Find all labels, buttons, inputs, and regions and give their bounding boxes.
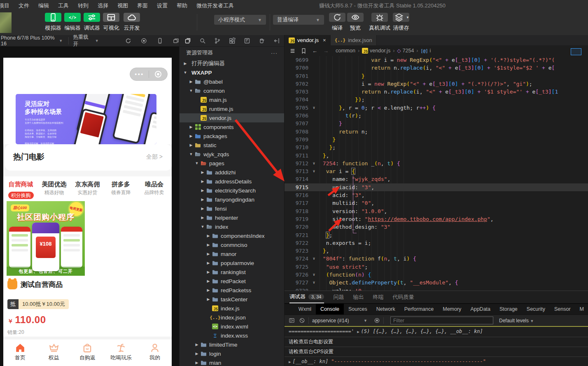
menu-item-转到[interactable]: 转到 — [73, 0, 93, 12]
breadcrumb-item-vendor.js[interactable]: JSvendor.js — [362, 48, 390, 54]
menu-item-视图[interactable]: 视图 — [113, 0, 133, 12]
tree-collapse-icon[interactable]: ▼ — [200, 225, 205, 229]
expand-icon[interactable]: ▶ — [289, 360, 291, 364]
restart-icon[interactable] — [125, 38, 131, 44]
phone-frame-icon[interactable] — [157, 38, 163, 44]
tree-expand-icon[interactable]: ▶ — [200, 188, 205, 192]
action-编译[interactable]: 编译 — [328, 13, 347, 32]
devtools-tab-Network[interactable]: Network — [372, 304, 400, 314]
tree-item-helpenter[interactable]: ▶helpenter — [180, 213, 284, 222]
code-editor[interactable]: 9699 var i = new RegExp("<" + e[_t3][0] … — [285, 56, 588, 291]
tree-expand-icon[interactable]: ▶ — [200, 170, 205, 174]
devtools-tab-Storage[interactable]: Storage — [495, 304, 522, 314]
tree-item-pages[interactable]: ▼pages — [180, 159, 284, 168]
movie-see-all-link[interactable]: 全部 > — [146, 153, 163, 161]
tree-item-manor[interactable]: ▶manor — [180, 249, 284, 258]
devtools-tab-Console[interactable]: Console — [316, 304, 344, 314]
tree-item-mian[interactable]: ▶mian — [180, 358, 284, 366]
tree-item-limitedTime[interactable]: ▶limitedTime — [180, 340, 284, 349]
tree-collapse-icon[interactable]: ▼ — [194, 161, 199, 165]
menu-item-项目[interactable]: 项目 — [0, 0, 14, 12]
app-tab-首页[interactable]: 首页 — [3, 339, 37, 366]
shop-tab-唯品会[interactable]: 唯品会品牌特卖 — [138, 181, 171, 199]
shop-tab-拼多多[interactable]: 拼多多领券直降 — [104, 181, 138, 199]
multi-window-icon[interactable] — [173, 38, 179, 44]
device-select[interactable]: Phone 6/7/8 Plus 100% 16 — [1, 35, 57, 47]
show-sidebar-icon[interactable] — [289, 317, 295, 324]
wechat-capsule[interactable]: ●●● — [130, 68, 168, 81]
panel-tab-问题[interactable]: 问题 — [333, 291, 344, 303]
user-avatar[interactable] — [0, 12, 12, 33]
tree-item-index.wxss[interactable]: Ξindex.wxss — [180, 331, 284, 340]
tree-item-@babel[interactable]: ▶@babel — [180, 77, 284, 86]
tree-expand-icon[interactable]: ▶ — [206, 261, 211, 265]
inspect-element-icon[interactable] — [288, 306, 288, 312]
expand-icon[interactable]: ▶ — [357, 330, 359, 334]
menu-item-界面[interactable]: 界面 — [133, 0, 152, 12]
breadcrumb-item-common[interactable]: common — [336, 48, 355, 54]
more-actions-icon[interactable]: ··· — [271, 50, 278, 56]
toolbar-button-云开发[interactable]: 云开发 — [122, 13, 141, 32]
tree-item-redPacket[interactable]: ▶redPacket — [180, 277, 284, 286]
clear-console-icon[interactable] — [299, 317, 305, 324]
toolbar-button-模拟器[interactable]: 模拟器 — [44, 13, 63, 32]
breadcrumb-item-i[interactable]: [@]i — [421, 48, 431, 54]
tree-expand-icon[interactable]: ▶ — [206, 279, 211, 283]
hot-reload-toggle[interactable]: 热重载 开 — [73, 34, 93, 48]
tree-expand-icon[interactable]: ▶ — [200, 206, 205, 211]
fold-icon[interactable]: ∨ — [308, 104, 320, 112]
tree-item-popularmovie[interactable]: ▶popularmovie — [180, 258, 284, 267]
close-icon[interactable]: × — [323, 37, 326, 43]
shop-tab-京东高佣[interactable]: 京东高佣实惠好货 — [71, 181, 104, 199]
tree-item-rankinglist[interactable]: ▶rankinglist — [180, 267, 284, 277]
more-icon[interactable]: ●●● — [130, 72, 149, 76]
tree-item-打开的编辑器[interactable]: ▶打开的编辑器 — [180, 59, 284, 68]
editor-tab-vendor.js[interactable]: JSvendor.js× — [285, 35, 331, 45]
tree-item-fensi[interactable]: ▶fensi — [180, 204, 284, 213]
editor-tab-index.json[interactable]: {..}index.json — [331, 35, 377, 45]
tree-item-taskCenter[interactable]: ▶taskCenter — [180, 295, 284, 304]
devtools-tab-Performance[interactable]: Performance — [400, 304, 439, 314]
product-image[interactable]: 甜心100 每周更新 社区团购小程序 ¥108 包更新、包售后、可二开 — [7, 201, 85, 276]
tree-expand-icon[interactable]: ▶ — [206, 288, 211, 292]
fold-icon[interactable]: ∨ — [308, 279, 320, 286]
collapse-sidebar-icon[interactable] — [273, 38, 280, 44]
tree-item-electricitySearch[interactable]: ▶electricitySearch — [180, 186, 284, 195]
breadcrumb-item-7254[interactable]: ◇7254 — [397, 48, 414, 54]
action-清缓存[interactable]: ▼清缓存 — [389, 13, 413, 32]
tree-expand-icon[interactable]: ▶ — [194, 352, 199, 356]
menu-item-微信开发者工具[interactable]: 微信开发者工具 — [192, 0, 238, 12]
context-select[interactable]: appservice (#14) ▼ — [312, 318, 370, 324]
devtools-tab-Sources[interactable]: Sources — [344, 304, 372, 314]
tree-expand-icon[interactable]: ▶ — [200, 197, 205, 202]
devtools-tab-Sensor[interactable]: Sensor — [550, 304, 575, 314]
action-预览[interactable]: 预览 — [346, 13, 365, 32]
files-icon[interactable] — [184, 38, 191, 44]
menu-item-工具[interactable]: 工具 — [54, 0, 73, 12]
devtools-tab-AppData[interactable]: AppData — [466, 304, 495, 314]
tea-icon[interactable] — [259, 38, 265, 44]
devtools-tab-M[interactable]: M — [575, 304, 588, 314]
search-icon[interactable] — [199, 38, 206, 44]
tree-item-index.wxml[interactable]: <>index.wxml — [180, 322, 284, 331]
app-tab-我的[interactable]: 我的 — [138, 339, 172, 366]
tree-expand-icon[interactable]: ▶ — [189, 80, 194, 84]
tree-item-login[interactable]: ▶login — [180, 349, 284, 358]
tree-expand-icon[interactable]: ▶ — [206, 297, 211, 301]
tree-item-common[interactable]: ▼common — [180, 86, 284, 95]
close-minibar-icon[interactable] — [149, 71, 168, 77]
tree-expand-icon[interactable]: ▶ — [189, 134, 194, 138]
tree-expand-icon[interactable]: ▶ — [206, 252, 211, 256]
toolbar-button-调试器[interactable]: 调试器 — [82, 13, 101, 32]
devtools-tab-Wxml[interactable]: Wxml — [294, 304, 316, 314]
tree-expand-icon[interactable]: ▶ — [189, 125, 194, 129]
tree-expand-icon[interactable]: ▶ — [194, 343, 199, 347]
tree-item-runtime.js[interactable]: JSruntime.js — [180, 104, 284, 113]
fold-icon[interactable]: ∨ — [308, 167, 320, 175]
source-control-icon[interactable] — [214, 38, 221, 44]
product-name[interactable]: 测试自营商品 — [21, 280, 63, 289]
back-icon[interactable]: ← — [312, 48, 317, 54]
toolbar-button-编辑器[interactable]: </>编辑器 — [63, 13, 82, 32]
fold-icon[interactable]: ∨ — [308, 160, 320, 167]
panel-tab-代码质量[interactable]: 代码质量 — [392, 291, 414, 303]
